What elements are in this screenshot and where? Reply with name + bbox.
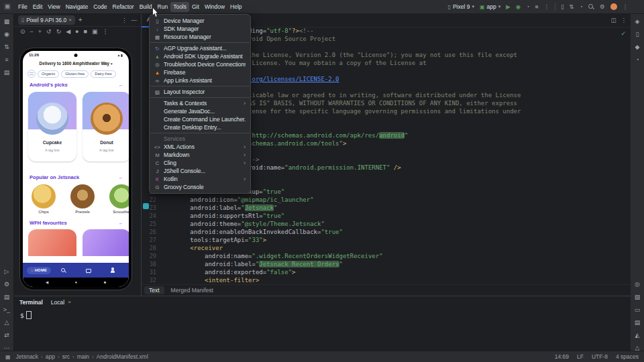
tools-menu-item-resource-manager[interactable]: ▦Resource Manager: [150, 33, 250, 41]
debug-button[interactable]: ◉: [516, 3, 521, 10]
popular-snack-pretzels[interactable]: Pretzels: [67, 184, 98, 214]
tools-menu-item-troubleshoot-device-connections[interactable]: ◎Troubleshoot Device Connections: [150, 60, 250, 68]
add-device-button[interactable]: +: [78, 16, 83, 23]
tools-menu-item-markdown[interactable]: MMarkdown›: [150, 151, 250, 159]
menubar-item-tools[interactable]: Tools: [170, 2, 189, 12]
indent-config[interactable]: 4 spaces: [616, 353, 639, 360]
tools-menu-item-create-command-line-launcher[interactable]: Create Command Line Launcher...: [150, 115, 250, 123]
search-icon[interactable]: [60, 267, 66, 274]
tools-menu-item-cling[interactable]: CCling›: [150, 159, 250, 167]
tool-windows-icon[interactable]: ▦: [5, 354, 11, 360]
tools-menu-item-jshell-console[interactable]: JJShell Console...: [150, 167, 250, 175]
file-encoding[interactable]: UTF-8: [592, 353, 608, 360]
menubar-item-file[interactable]: File: [15, 2, 30, 12]
split-editor-icon[interactable]: ◫: [610, 17, 616, 23]
run-config-selector[interactable]: ▣app▾: [480, 3, 500, 10]
menubar-item-window[interactable]: Window: [202, 2, 227, 12]
filters-icon[interactable]: [28, 70, 36, 78]
tools-menu-item-device-manager[interactable]: ▯Device Manager: [150, 17, 250, 25]
terminal-tab-local[interactable]: Local ×: [51, 299, 71, 306]
tools-menu-item-xml-actions[interactable]: <>XML Actions›: [150, 143, 250, 151]
device-mirror-icon[interactable]: ▯: [561, 3, 564, 10]
problems-icon[interactable]: △: [5, 320, 9, 326]
emulator-icon[interactable]: ▭: [635, 307, 641, 313]
more-emulator-icon[interactable]: ⋮: [102, 29, 108, 35]
menubar-item-build[interactable]: Build: [137, 2, 155, 12]
stop-button[interactable]: ■: [535, 3, 538, 10]
menubar-item-code[interactable]: Code: [91, 2, 109, 12]
notifications-tool-icon[interactable]: ◔: [635, 57, 639, 63]
menubar-item-navigate[interactable]: Navigate: [63, 2, 91, 12]
commit-icon[interactable]: ◉: [4, 32, 9, 38]
terminal-tool-icon[interactable]: >_: [3, 307, 10, 313]
breadcrumb-androidmanifest-xml[interactable]: AndroidManifest.xml: [97, 353, 148, 360]
app-inspection-icon[interactable]: ◎: [635, 282, 640, 288]
device-manager-icon[interactable]: ▯: [636, 32, 639, 38]
caret-position[interactable]: 14:69: [555, 353, 569, 360]
breadcrumb-main[interactable]: main: [77, 353, 89, 360]
bookmarks-icon[interactable]: ▤: [4, 70, 10, 76]
home-icon[interactable]: ●: [75, 29, 78, 35]
delivery-address[interactable]: Delivery to 1600 Amphitheater Way ▾: [23, 61, 129, 66]
logcat-right-icon[interactable]: ▤: [635, 320, 641, 326]
gradle-icon[interactable]: ◆: [635, 44, 640, 50]
profiler-button[interactable]: ◔: [526, 3, 529, 10]
settings-icon[interactable]: ⚙: [600, 3, 605, 10]
screenshot-icon[interactable]: ▣: [92, 29, 98, 35]
tools-menu-item-app-links-assistant[interactable]: ∞App Links Assistant: [150, 76, 250, 84]
editor-view-tab-merged-manifest[interactable]: Merged Manifest: [166, 286, 218, 294]
snack-card-cupcake[interactable]: CupcakeA tag line: [28, 92, 76, 162]
wfh-card[interactable]: [83, 229, 129, 256]
menubar-item-edit[interactable]: Edit: [30, 2, 46, 12]
vcs-tool-icon[interactable]: ⇄: [4, 333, 9, 339]
android-back-button[interactable]: ◀: [46, 280, 48, 284]
tools-menu-item-groovy-console[interactable]: GGroovy Console: [150, 183, 250, 191]
close-icon[interactable]: ×: [68, 17, 72, 23]
profiler-tool-icon[interactable]: ◭: [635, 333, 640, 339]
tools-menu-item-android-sdk-upgrade-assistant[interactable]: ▲Android SDK Upgrade Assistant: [150, 52, 250, 60]
menubar-item-help[interactable]: Help: [227, 2, 244, 12]
nav-home-item[interactable]: ⌂ HOME: [27, 267, 51, 274]
rotate-right-icon[interactable]: ↻: [56, 29, 62, 35]
snack-card-donut[interactable]: DonutA tag line: [83, 92, 129, 162]
menubar-item-refactor[interactable]: Refactor: [110, 2, 137, 12]
menubar-item-git[interactable]: Git: [189, 2, 202, 12]
pull-requests-icon[interactable]: ⇅: [4, 44, 9, 50]
android-overview-button[interactable]: ■: [104, 280, 106, 284]
tools-menu-item-layout-inspector[interactable]: ▧Layout Inspector: [150, 88, 250, 96]
logcat-icon[interactable]: ▤: [4, 294, 10, 300]
tools-menu-item-agp-upgrade-assistant[interactable]: ↻AGP Upgrade Assistant...: [150, 44, 250, 52]
more-icon[interactable]: ⋮: [121, 17, 127, 23]
phone-screen[interactable]: 11:26 ▴▮ Delivery to 1600 Amphitheater W…: [23, 51, 129, 287]
rotate-left-icon[interactable]: ↺: [46, 29, 52, 35]
power-icon[interactable]: ⊙: [20, 29, 25, 35]
tools-menu-item-sdk-manager[interactable]: ↓SDK Manager: [150, 25, 250, 33]
section-arrow-icon[interactable]: ←: [119, 221, 123, 225]
android-home-button[interactable]: ●: [75, 280, 77, 284]
breadcrumb-jetsnack[interactable]: Jetsnack: [16, 353, 39, 360]
menubar-item-run[interactable]: Run: [155, 2, 171, 12]
more-run-options-icon[interactable]: ⋮: [543, 3, 549, 10]
editor-view-tab-text[interactable]: Text: [144, 286, 164, 294]
run-tool-icon[interactable]: ▷: [5, 269, 9, 275]
tools-menu-item-tasks-contexts[interactable]: Tasks & Contexts›: [150, 99, 250, 107]
section-arrow-icon[interactable]: ←: [119, 82, 123, 87]
app-logo-icon[interactable]: ▦: [4, 3, 11, 10]
filter-chip-dairy-free[interactable]: Dairy-free: [91, 70, 115, 78]
editor-more-icon[interactable]: ⋮: [621, 17, 627, 23]
layout-inspector-icon[interactable]: ▧: [635, 294, 641, 300]
device-tab[interactable]: ▯ Pixel 9 API 36.0 ×: [18, 15, 75, 25]
breadcrumb-app[interactable]: app: [46, 353, 55, 360]
breadcrumb-src[interactable]: src: [62, 353, 70, 360]
section-arrow-icon[interactable]: ←: [119, 175, 123, 180]
close-icon[interactable]: ×: [68, 299, 71, 305]
run-button[interactable]: ▶: [506, 3, 511, 10]
cart-icon[interactable]: [85, 267, 91, 274]
project-icon[interactable]: ▦: [4, 19, 10, 25]
back-icon[interactable]: ◀: [66, 29, 70, 35]
gemini-icon[interactable]: ◈: [635, 19, 640, 25]
services-icon[interactable]: ⚙: [4, 282, 9, 288]
overview-icon[interactable]: ■: [84, 29, 87, 35]
tools-menu-item-kotlin[interactable]: KKotlin›: [150, 175, 250, 183]
more-actions-icon[interactable]: ⋮: [623, 3, 629, 10]
